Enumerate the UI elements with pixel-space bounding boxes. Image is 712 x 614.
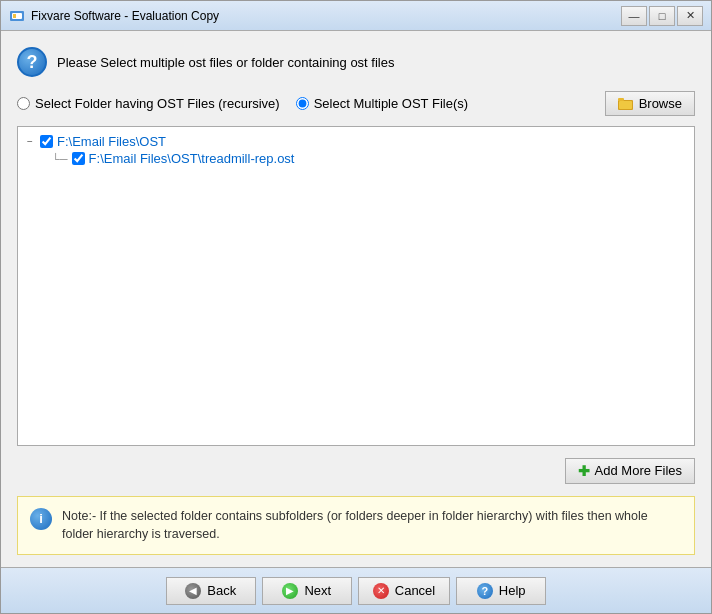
app-icon xyxy=(9,8,25,24)
svg-rect-2 xyxy=(13,14,16,18)
browse-button[interactable]: Browse xyxy=(605,91,695,116)
main-window: Fixvare Software - Evaluation Copy — □ ✕… xyxy=(0,0,712,614)
radio-folder-input[interactable] xyxy=(17,97,30,110)
cancel-button[interactable]: ✕ Cancel xyxy=(358,577,450,605)
close-button[interactable]: ✕ xyxy=(677,6,703,26)
cancel-label: Cancel xyxy=(395,583,435,598)
bottom-bar: ◀ Back ▶ Next ✕ Cancel ? Help xyxy=(1,567,711,613)
tree-root-label: F:\Email Files\OST xyxy=(57,134,166,149)
next-button[interactable]: ▶ Next xyxy=(262,577,352,605)
help-icon: ? xyxy=(477,583,493,599)
radio-option-files[interactable]: Select Multiple OST File(s) xyxy=(296,96,468,111)
next-label: Next xyxy=(304,583,331,598)
radio-files-label: Select Multiple OST File(s) xyxy=(314,96,468,111)
back-icon: ◀ xyxy=(185,583,201,599)
radio-folder-label: Select Folder having OST Files (recursiv… xyxy=(35,96,280,111)
tree-root-checkbox[interactable] xyxy=(40,135,53,148)
svg-rect-5 xyxy=(619,101,632,109)
file-tree-container[interactable]: − F:\Email Files\OST └─ F:\Email Files\O… xyxy=(17,126,695,446)
tree-child-label: F:\Email Files\OST\treadmill-rep.ost xyxy=(89,151,295,166)
help-label: Help xyxy=(499,583,526,598)
content-area: ? Please Select multiple ost files or fo… xyxy=(1,31,711,567)
tree-toggle-icon[interactable]: − xyxy=(24,136,36,147)
titlebar: Fixvare Software - Evaluation Copy — □ ✕ xyxy=(1,1,711,31)
back-label: Back xyxy=(207,583,236,598)
browse-label: Browse xyxy=(639,96,682,111)
tree-line-icon: └─ xyxy=(52,153,68,165)
tree-root-item[interactable]: − F:\Email Files\OST xyxy=(24,133,688,150)
radio-files-input[interactable] xyxy=(296,97,309,110)
radio-row: Select Folder having OST Files (recursiv… xyxy=(17,91,695,116)
next-icon: ▶ xyxy=(282,583,298,599)
maximize-button[interactable]: □ xyxy=(649,6,675,26)
svg-rect-4 xyxy=(618,98,624,101)
add-more-files-button[interactable]: ✚ Add More Files xyxy=(565,458,695,484)
tree-child-checkbox[interactable] xyxy=(72,152,85,165)
tree-child-item[interactable]: └─ F:\Email Files\OST\treadmill-rep.ost xyxy=(52,150,688,167)
add-files-row: ✚ Add More Files xyxy=(17,456,695,486)
note-info-icon: i xyxy=(30,508,52,530)
folder-icon xyxy=(618,97,634,111)
back-button[interactable]: ◀ Back xyxy=(166,577,256,605)
header-row: ? Please Select multiple ost files or fo… xyxy=(17,43,695,81)
minimize-button[interactable]: — xyxy=(621,6,647,26)
window-controls: — □ ✕ xyxy=(621,6,703,26)
note-box: i Note:- If the selected folder contains… xyxy=(17,496,695,556)
radio-option-folder[interactable]: Select Folder having OST Files (recursiv… xyxy=(17,96,280,111)
cancel-icon: ✕ xyxy=(373,583,389,599)
header-info-icon: ? xyxy=(17,47,47,77)
note-text: Note:- If the selected folder contains s… xyxy=(62,507,682,545)
help-button[interactable]: ? Help xyxy=(456,577,546,605)
header-instruction: Please Select multiple ost files or fold… xyxy=(57,55,394,70)
add-files-label: Add More Files xyxy=(595,463,682,478)
plus-icon: ✚ xyxy=(578,463,590,479)
window-title: Fixvare Software - Evaluation Copy xyxy=(31,9,621,23)
